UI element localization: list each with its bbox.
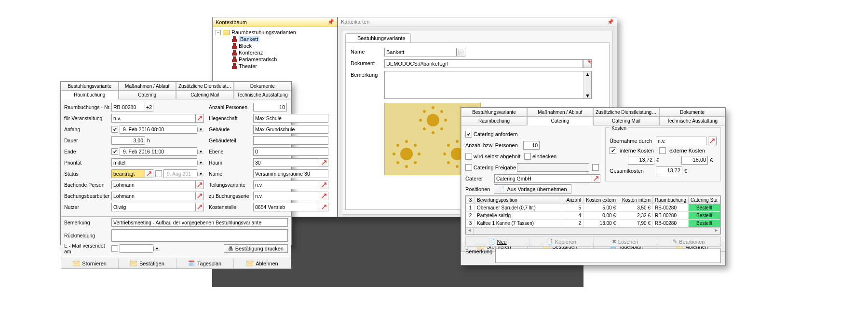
- tree-item[interactable]: Block: [216, 42, 334, 49]
- abgeholt-check[interactable]: [465, 153, 472, 160]
- nr-input[interactable]: [111, 103, 145, 111]
- emaildate-input[interactable]: [120, 244, 153, 253]
- caterer-input[interactable]: [494, 174, 592, 183]
- open-button[interactable]: [583, 59, 592, 68]
- col-intern[interactable]: Kosten intern: [618, 196, 652, 204]
- buchbea-input[interactable]: [111, 192, 196, 200]
- dropdown-icon[interactable]: ▼: [197, 127, 204, 132]
- col-extern[interactable]: Kosten extern: [583, 196, 618, 204]
- lookup-button[interactable]: [195, 203, 204, 211]
- interne-check[interactable]: ✔: [610, 147, 616, 154]
- ebene-input[interactable]: [253, 147, 328, 156]
- pin-icon[interactable]: 📌: [327, 19, 334, 25]
- tab-cateringmail[interactable]: Catering Mail: [593, 116, 659, 125]
- lookup-button[interactable]: [195, 192, 204, 200]
- statdate-check[interactable]: [155, 170, 162, 177]
- anfang-input[interactable]: [120, 125, 197, 134]
- teilungsvar-input[interactable]: [253, 180, 320, 189]
- dropdown-icon[interactable]: ▼: [197, 161, 204, 165]
- tab-massnahmen[interactable]: Maßnahmen / Ablauf: [527, 108, 593, 117]
- freigabe-input[interactable]: [517, 163, 589, 172]
- scrollbar[interactable]: ▲▼: [583, 71, 591, 98]
- lookup-button[interactable]: [708, 137, 717, 145]
- tab-dienstleistungen[interactable]: Zusätzliche Dienstleistungen: [176, 82, 234, 91]
- tab-bestuhlungsvariante[interactable]: Bestuhlungsvariante: [461, 108, 527, 117]
- neu-button[interactable]: 📄Neu: [466, 237, 529, 246]
- ende-check[interactable]: ✔: [111, 148, 118, 155]
- gebaeude-input[interactable]: [253, 125, 328, 134]
- lieg-input[interactable]: [253, 114, 328, 123]
- anfang-check[interactable]: ✔: [111, 126, 118, 133]
- bestaetigen-button[interactable]: Bestätigen: [119, 258, 176, 268]
- kopieren-button[interactable]: 📑Kopieren: [529, 237, 593, 246]
- tab-dienstleistungen[interactable]: Zusätzliche Dienstleistungen: [593, 108, 659, 117]
- ablehnen-button[interactable]: Ablehnen: [234, 258, 291, 268]
- flag-button[interactable]: 🏳️: [457, 48, 465, 56]
- increment-button[interactable]: +2: [145, 103, 153, 111]
- table-row[interactable]: 2Partyteile salzig40,00 €2,32 €RB-00280B…: [466, 212, 720, 220]
- lookup-button[interactable]: [145, 169, 153, 178]
- lookup-button[interactable]: [592, 174, 600, 183]
- raum-input[interactable]: [253, 158, 320, 167]
- tree-item[interactable]: Bankett: [216, 36, 334, 42]
- veranst-input[interactable]: [111, 114, 196, 123]
- loeschen-button[interactable]: ✖Löschen: [594, 237, 657, 246]
- bestaetigung-drucken-button[interactable]: 🖶Bestätigung drucken: [224, 244, 288, 253]
- eindecken-check[interactable]: [524, 153, 531, 160]
- table-row[interactable]: 1Obernauer Sprudel (0,7 ltr.)55,00 €3,50…: [466, 204, 720, 212]
- col-count[interactable]: 3: [466, 196, 475, 204]
- anfordern-check[interactable]: ✔: [465, 131, 472, 138]
- dokument-input[interactable]: [384, 59, 583, 68]
- tab-bestuhlungsvariante[interactable]: Bestuhlungsvariante: [61, 82, 119, 91]
- tab-bestuhlungsvariante[interactable]: Bestuhlungsvariante: [345, 33, 411, 42]
- tree-root[interactable]: − Raumbestuhlungsvarianten: [216, 29, 334, 36]
- prio-select[interactable]: [111, 158, 197, 167]
- dropdown-icon[interactable]: ▼: [153, 247, 160, 251]
- grid-scrollbar[interactable]: ◄►: [466, 227, 720, 234]
- tab-raumbuchung[interactable]: Raumbuchung: [61, 90, 119, 99]
- col-rb[interactable]: Raumbuchung: [652, 196, 688, 204]
- freigabe2-check[interactable]: [592, 164, 599, 171]
- lookup-button[interactable]: [320, 203, 328, 211]
- bemerkung-textarea[interactable]: ▲▼: [384, 71, 592, 99]
- tree-item[interactable]: Konferenz: [216, 49, 334, 56]
- tab-cateringmail[interactable]: Catering Mail: [176, 90, 234, 99]
- tab-techausstattung[interactable]: Technische Ausstattung: [659, 116, 725, 125]
- positionen-grid[interactable]: 3 Bewirtungsposition Anzahl Kosten exter…: [465, 195, 721, 235]
- raumname-input[interactable]: [253, 169, 328, 178]
- tree-item[interactable]: Parlamentarisch: [216, 56, 334, 63]
- status-input[interactable]: [111, 169, 145, 178]
- bearbeiten-button[interactable]: ✎Bearbeiten: [657, 237, 720, 246]
- table-row[interactable]: 3Kaffee 1 Kanne (7 Tassen)213,00 €7,90 €…: [466, 220, 720, 227]
- lookup-button[interactable]: [320, 192, 328, 200]
- statdate-input[interactable]: [163, 169, 197, 178]
- nutzer-input[interactable]: [111, 203, 196, 211]
- buchper-input[interactable]: [111, 180, 196, 189]
- name-input[interactable]: [384, 48, 457, 56]
- tab-dokumente[interactable]: Dokumente: [659, 108, 725, 117]
- tab-catering[interactable]: Catering: [527, 116, 593, 125]
- tab-massnahmen[interactable]: Maßnahmen / Ablauf: [119, 82, 176, 91]
- collapse-icon[interactable]: −: [216, 30, 221, 35]
- col-status[interactable]: Catering Sta: [689, 196, 720, 204]
- email-check[interactable]: [111, 245, 118, 252]
- tab-techausstattung[interactable]: Technische Ausstattung: [234, 90, 292, 99]
- dropdown-icon[interactable]: ▼: [197, 150, 204, 154]
- stornieren-button[interactable]: Stornieren: [61, 258, 119, 268]
- externe-check[interactable]: [659, 147, 666, 154]
- serie-input[interactable]: [253, 192, 320, 200]
- lookup-button[interactable]: [320, 180, 328, 189]
- tab-catering[interactable]: Catering: [119, 90, 176, 99]
- freigabe-check[interactable]: [465, 164, 472, 171]
- tab-dokumente[interactable]: Dokumente: [234, 82, 292, 91]
- kostenstelle-input[interactable]: [253, 203, 320, 211]
- vorlage-button[interactable]: 📄Aus Vorlage übernehmen: [494, 184, 571, 194]
- pin-icon[interactable]: 📌: [607, 19, 614, 25]
- dropdown-icon[interactable]: ▼: [197, 172, 204, 176]
- lookup-button[interactable]: [195, 180, 204, 189]
- tree-item[interactable]: Theater: [216, 63, 334, 69]
- anzahl-input[interactable]: [253, 103, 287, 111]
- lookup-button[interactable]: [320, 158, 328, 167]
- ende-input[interactable]: [120, 147, 197, 156]
- bemerk-input[interactable]: [111, 218, 288, 227]
